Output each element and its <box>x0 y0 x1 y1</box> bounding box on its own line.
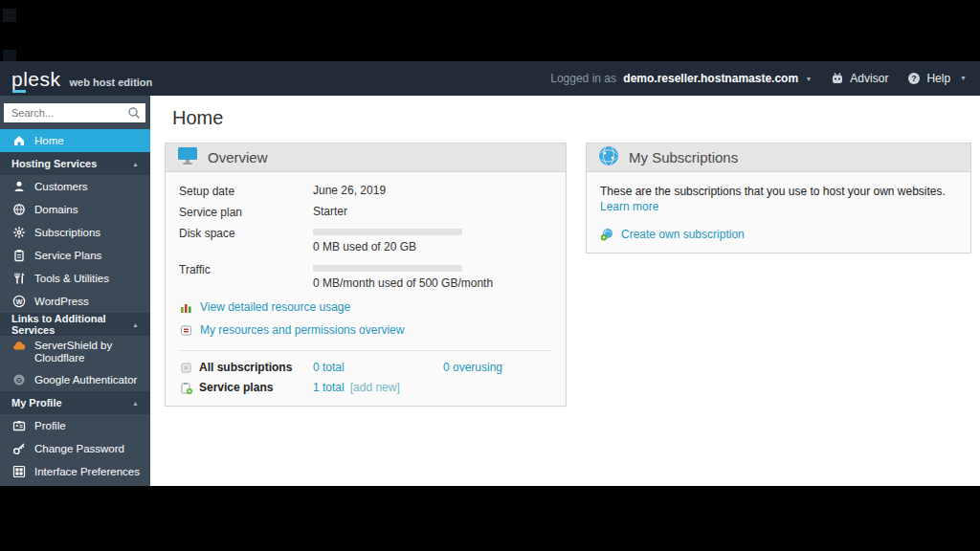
sidebar-item-label: Service Plans <box>34 250 101 261</box>
account-name: demo.reseller.hostnamaste.com <box>623 72 798 85</box>
svg-text:W: W <box>16 298 23 305</box>
subscriptions-box-icon <box>179 361 192 374</box>
overview-panel: Overview Setup date June 26, 2019 Servic… <box>165 143 567 407</box>
summary-label: All subscriptions <box>199 361 292 374</box>
sidebar-item-subscriptions[interactable]: Subscriptions <box>0 221 150 244</box>
svg-text:?: ? <box>912 74 918 83</box>
video-letterbox-stage: plesk web host edition Logged in as demo… <box>0 0 980 551</box>
sidebar-item-servershield[interactable]: ServerShield by Cloudflare <box>0 336 150 368</box>
overview-panel-header: Overview <box>166 143 566 172</box>
plesk-app-window: plesk web host edition Logged in as demo… <box>0 61 980 486</box>
sidebar-item-label: Home <box>34 135 64 146</box>
advisor-button[interactable]: Advisor <box>831 72 888 85</box>
chevron-down-icon: ▼ <box>805 76 812 82</box>
plesk-logo[interactable]: plesk web host edition <box>11 69 152 89</box>
account-menu[interactable]: Logged in as demo.reseller.hostnamaste.c… <box>550 72 812 85</box>
row-label: Traffic <box>179 262 313 291</box>
gear-icon <box>12 226 26 239</box>
view-resource-usage-link[interactable]: View detailed resource usage <box>200 300 350 314</box>
id-card-icon <box>12 419 26 432</box>
subscriptions-description: These are the subscriptions that you use… <box>600 185 946 198</box>
logged-in-as-label: Logged in as <box>550 72 616 85</box>
add-new-link[interactable]: [add new] <box>350 381 400 394</box>
search-icon[interactable] <box>127 106 141 123</box>
service-plans-icon <box>179 381 192 394</box>
globe-icon <box>12 203 26 216</box>
overview-panel-title: Overview <box>208 149 268 165</box>
sidebar-item-tools-utilities[interactable]: Tools & Utilities <box>0 267 150 290</box>
sidebar-item-home[interactable]: Home <box>0 129 150 152</box>
sidebar-item-label: Interface Preferences <box>34 466 140 477</box>
home-icon <box>12 134 26 147</box>
chevron-up-icon: ▲ <box>132 321 139 328</box>
sidebar-item-wordpress[interactable]: W WordPress <box>0 290 150 313</box>
sidebar-item-label: ServerShield by Cloudflare <box>34 340 143 364</box>
section-label: Links to Additional Services <box>11 313 132 336</box>
globe-sphere-icon <box>598 145 619 170</box>
help-menu[interactable]: ? Help ▼ <box>907 72 967 85</box>
disk-space-progress-bar <box>313 229 462 235</box>
sidebar-section-hosting-services[interactable]: Hosting Services ▲ <box>0 152 150 175</box>
sidebar-item-profile[interactable]: Profile <box>0 414 150 437</box>
sidebar-item-label: Customers <box>34 181 88 192</box>
sidebar-item-label: Domains <box>34 204 78 215</box>
svg-text:G: G <box>16 376 22 385</box>
sidebar-item-label: WordPress <box>34 296 89 307</box>
row-label: Service plan <box>179 205 313 220</box>
resources-list-icon <box>179 323 192 337</box>
row-value: Starter <box>313 205 347 220</box>
clipboard-icon <box>12 249 26 262</box>
service-plans-total-link[interactable]: 1 total <box>313 381 345 394</box>
chevron-up-icon: ▲ <box>132 161 139 167</box>
my-subscriptions-panel: My Subscriptions These are the subscript… <box>586 143 971 253</box>
globe-plus-icon <box>600 228 613 241</box>
sidebar-item-customers[interactable]: Customers <box>0 175 150 198</box>
summary-row-all-subscriptions: All subscriptions 0 total 0 overusing <box>179 361 552 374</box>
sidebar-section-additional-services[interactable]: Links to Additional Services ▲ <box>0 313 150 336</box>
overview-row-service-plan: Service plan Starter <box>179 205 552 220</box>
sidebar-item-change-password[interactable]: Change Password <box>0 437 150 460</box>
person-icon <box>12 180 26 193</box>
sidebar-item-label: Profile <box>34 420 66 431</box>
overusing-link[interactable]: 0 overusing <box>443 361 502 374</box>
google-authenticator-icon: G <box>12 373 26 386</box>
sidebar: Home Hosting Services ▲ Customers <box>0 96 150 486</box>
app-header: plesk web host edition Logged in as demo… <box>0 61 980 96</box>
sidebar-section-my-profile[interactable]: My Profile ▲ <box>0 391 150 414</box>
help-icon: ? <box>907 72 921 85</box>
sidebar-item-domains[interactable]: Domains <box>0 198 150 221</box>
key-icon <box>12 442 26 455</box>
letterbox-artifact <box>3 9 16 22</box>
section-label: My Profile <box>11 397 62 408</box>
grid-icon <box>12 465 26 478</box>
letterbox-bottom <box>0 486 980 551</box>
bar-chart-icon <box>179 300 192 314</box>
resources-permissions-link[interactable]: My resources and permissions overview <box>200 323 404 337</box>
section-label: Hosting Services <box>11 158 97 169</box>
sidebar-item-interface-preferences[interactable]: Interface Preferences <box>0 460 150 483</box>
chevron-down-icon: ▼ <box>960 75 967 81</box>
learn-more-link[interactable]: Learn more <box>600 200 658 213</box>
summary-row-service-plans: Service plans 1 total[add new] <box>179 381 552 394</box>
traffic-progress-bar <box>313 265 462 272</box>
tools-icon <box>12 272 26 285</box>
sidebar-item-google-authenticator[interactable]: G Google Authenticator <box>0 368 150 391</box>
disk-space-usage-text: 0 MB used of 20 GB <box>313 240 416 253</box>
sidebar-item-service-plans[interactable]: Service Plans <box>0 244 150 267</box>
my-subscriptions-panel-title: My Subscriptions <box>629 149 738 165</box>
sidebar-item-label: Change Password <box>34 443 124 454</box>
traffic-usage-text: 0 MB/month used of 500 GB/month <box>313 276 493 290</box>
plesk-logo-text: plesk <box>11 69 61 89</box>
help-label: Help <box>926 72 950 85</box>
edition-label: web host edition <box>70 77 153 88</box>
row-value: June 26, 2019 <box>313 184 386 199</box>
row-label: Setup date <box>179 184 313 199</box>
advisor-icon <box>831 72 844 85</box>
monitor-icon <box>177 146 198 169</box>
summary-label: Service plans <box>199 381 273 394</box>
my-subscriptions-panel-header: My Subscriptions <box>587 143 970 172</box>
all-subscriptions-total-link[interactable]: 0 total <box>313 361 345 374</box>
overview-row-traffic: Traffic 0 MB/month used of 500 GB/month <box>179 262 552 291</box>
create-own-subscription-link[interactable]: Create own subscription <box>621 228 745 241</box>
search-input[interactable] <box>4 103 145 122</box>
